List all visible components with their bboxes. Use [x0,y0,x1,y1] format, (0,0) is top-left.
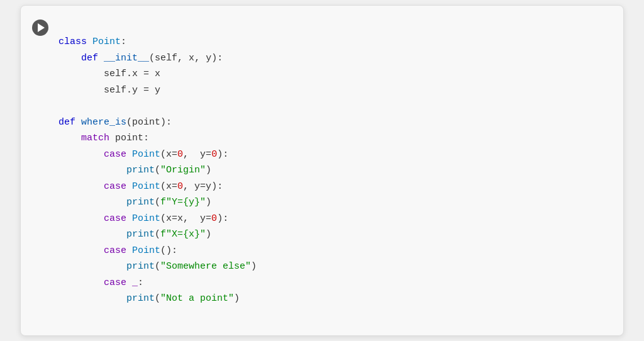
colon: : [121,36,126,47]
code-block: class Point: def __init__(self, x, y): s… [58,18,611,323]
kw-case2: case [104,181,126,192]
underscore: _ [132,277,138,288]
kw-case4: case [104,245,126,256]
kw-case1: case [104,149,126,160]
print4: print [126,261,155,272]
print5: print [126,293,155,304]
kw-class: class [58,36,87,47]
kw-case5: case [104,277,126,288]
kw-match: match [81,133,109,143]
code-container: class Point: def __init__(self, x, y): s… [20,5,624,337]
kw-case3: case [104,213,126,224]
fn-init: __init__ [104,53,149,64]
fn-where-is: where_is [81,117,126,128]
print3: print [126,229,155,240]
kw-def2: def [58,117,75,128]
self-x: self.x [104,69,138,79]
self-y: self.y [104,85,138,96]
run-button[interactable] [32,20,48,36]
kw-def1: def [81,53,98,64]
class-name-point: Point [92,36,121,47]
print2: print [126,197,155,208]
print1: print [126,165,155,176]
